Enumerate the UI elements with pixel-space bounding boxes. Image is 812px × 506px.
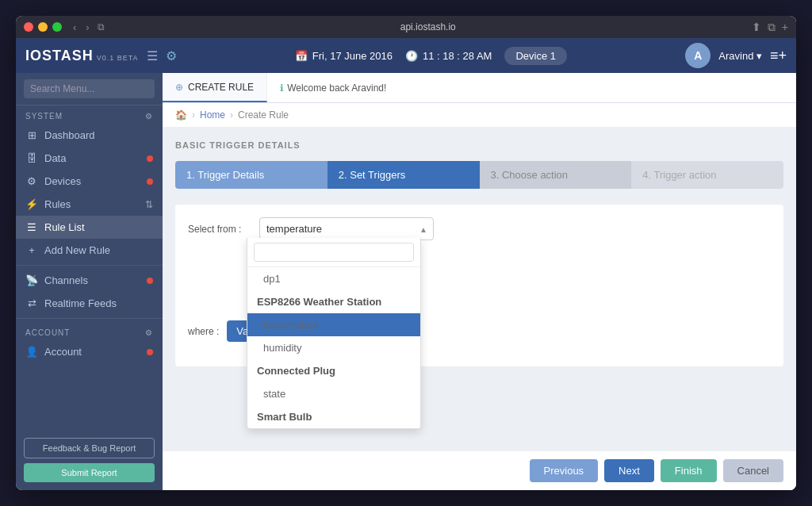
step-1-label: Trigger Details	[197, 169, 264, 181]
tab-welcome: ℹ Welcome back Aravind!	[267, 73, 399, 102]
form-area: Select from : temperature ▲	[175, 205, 783, 366]
header-time: 🕐 11 : 18 : 28 AM	[405, 50, 492, 62]
account-section-label: ACCOUNT ⚙	[16, 322, 163, 340]
forward-icon[interactable]: ›	[82, 21, 92, 33]
sidebar-item-channels[interactable]: 📡 Channels	[16, 269, 163, 292]
close-dot[interactable]	[24, 22, 33, 32]
dropdown-item-humidity[interactable]: humidity	[247, 336, 420, 359]
step-3-label: Choose action	[502, 169, 568, 181]
step-2-number: 2.	[339, 169, 347, 181]
welcome-icon: ℹ	[280, 82, 284, 94]
search-input[interactable]	[24, 79, 155, 98]
minimize-dot[interactable]	[38, 22, 48, 32]
account-icon: 👤	[25, 346, 38, 358]
sidebar-item-rules[interactable]: ⚡ Rules ⇅	[16, 193, 163, 216]
breadcrumb: 🏠 › Home › Create Rule	[163, 103, 796, 128]
tab-icon: ⧉	[98, 21, 105, 33]
sidebar-item-dashboard[interactable]: ⊞ Dashboard	[16, 124, 163, 147]
sidebar-item-add-rule[interactable]: + Add New Rule	[16, 239, 163, 262]
sidebar-item-data[interactable]: 🗄 Data	[16, 147, 163, 170]
system-settings-icon[interactable]: ⚙	[145, 112, 153, 121]
back-icon[interactable]: ‹	[70, 21, 79, 33]
previous-button[interactable]: Previous	[530, 459, 599, 482]
titlebar: ‹ › ⧉ api.iostash.io ⬆ ⧉ +	[16, 16, 796, 38]
step-tab-1[interactable]: 1. Trigger Details	[175, 161, 327, 189]
system-section-label: SYSTEM ⚙	[16, 105, 163, 124]
data-icon: 🗄	[25, 152, 38, 164]
breadcrumb-home[interactable]: Home	[200, 109, 225, 121]
step-4-number: 4.	[642, 169, 651, 181]
maximize-dot[interactable]	[52, 22, 62, 32]
dropdown-item-temperature[interactable]: temperature	[247, 313, 420, 336]
sort-icon: ⇅	[145, 199, 153, 210]
devices-icon: ⚙	[25, 175, 38, 187]
sidebar-divider-1	[16, 265, 163, 266]
new-tab-icon[interactable]: ⧉	[768, 21, 776, 34]
share-icon[interactable]: ⬆	[752, 21, 761, 34]
step-tab-2[interactable]: 2. Set Triggers	[327, 161, 480, 189]
data-badge	[147, 155, 153, 162]
window-controls[interactable]	[24, 22, 62, 32]
sidebar-item-label: Rules	[44, 198, 71, 210]
sidebar-item-label: Dashboard	[44, 129, 95, 141]
sidebar-search-area	[16, 73, 163, 105]
dropdown-group-bulb: Smart Bulb	[247, 405, 420, 428]
url-bar[interactable]: api.iostash.io	[105, 21, 752, 33]
sidebar-item-rule-list[interactable]: ☰ Rule List	[16, 216, 163, 239]
action-bar: Previous Next Finish Cancel	[163, 450, 796, 490]
select-from-label: Select from :	[188, 224, 251, 235]
clock-icon: 🕐	[405, 50, 418, 62]
select-from-wrapper: temperature ▲	[259, 217, 434, 240]
channels-icon: 📡	[25, 274, 38, 286]
select-from-row: Select from : temperature ▲	[188, 217, 771, 240]
where-label: where :	[188, 326, 219, 337]
add-rule-icon: +	[25, 244, 38, 256]
step-tab-4[interactable]: 4. Trigger action	[631, 161, 783, 189]
sidebar-bottom: Feedback & Bug Report Submit Report	[16, 430, 163, 490]
cancel-button[interactable]: Cancel	[723, 459, 783, 482]
header-plus-icon[interactable]: ≡+	[770, 48, 787, 64]
sidebar-item-label: Add New Rule	[44, 244, 110, 256]
add-tab-icon[interactable]: +	[782, 21, 788, 34]
dropdown-search-input[interactable]	[254, 243, 414, 262]
tab-create-rule[interactable]: ⊕ CREATE RULE	[163, 73, 267, 102]
dropdown-search-area	[247, 238, 420, 267]
select-from-dropdown[interactable]: temperature	[259, 217, 434, 240]
home-icon: 🏠	[175, 109, 187, 121]
sidebar-item-realtime[interactable]: ⇄ Realtime Feeds	[16, 292, 163, 315]
dropdown-group-plug: Connected Plug	[247, 359, 420, 382]
sidebar-item-account[interactable]: 👤 Account	[16, 340, 163, 363]
finish-button[interactable]: Finish	[661, 459, 717, 482]
welcome-text: Welcome back Aravind!	[287, 82, 386, 94]
header-date: 📅 Fri, 17 June 2016	[295, 50, 393, 62]
rules-icon: ⚡	[25, 198, 38, 210]
dropdown-group-esp: ESP8266 Weather Station	[247, 290, 420, 313]
page-content: BASIC TRIGGER DETAILS 1. Trigger Details…	[163, 128, 796, 450]
main-layout: SYSTEM ⚙ ⊞ Dashboard 🗄 Data ⚙ Devices ⚡ …	[16, 73, 796, 490]
sidebar-item-devices[interactable]: ⚙ Devices	[16, 170, 163, 193]
content-area: ⊕ CREATE RULE ℹ Welcome back Aravind! 🏠 …	[163, 73, 796, 490]
sidebar-item-label: Devices	[44, 175, 81, 187]
feedback-button[interactable]: Feedback & Bug Report	[24, 438, 155, 458]
rule-list-icon: ☰	[25, 221, 38, 233]
next-button[interactable]: Next	[604, 459, 654, 482]
step-tab-3[interactable]: 3. Choose action	[480, 161, 632, 189]
content-tabs: ⊕ CREATE RULE ℹ Welcome back Aravind!	[163, 73, 796, 103]
time-text: 11 : 18 : 28 AM	[423, 50, 492, 62]
username-menu[interactable]: Aravind ▾	[718, 50, 762, 62]
menu-icon[interactable]: ☰	[147, 48, 158, 63]
dropdown-item-state[interactable]: state	[247, 382, 420, 405]
dropdown-item-dp1[interactable]: dp1	[247, 267, 420, 290]
sidebar-item-label: Account	[44, 346, 82, 358]
step-tabs: 1. Trigger Details 2. Set Triggers 3. Ch…	[175, 161, 783, 189]
channels-badge	[147, 278, 153, 284]
device-selector[interactable]: Device 1	[504, 47, 567, 65]
sidebar-item-label: Channels	[44, 274, 88, 286]
browser-nav[interactable]: ‹ ›	[70, 21, 93, 33]
titlebar-actions: ⬆ ⧉ +	[752, 21, 788, 34]
create-rule-tab-icon: ⊕	[175, 82, 183, 93]
account-settings-icon[interactable]: ⚙	[145, 328, 153, 337]
submit-report-button[interactable]: Submit Report	[24, 463, 155, 482]
account-badge	[147, 349, 153, 355]
refresh-icon[interactable]: ⚙	[166, 48, 177, 63]
